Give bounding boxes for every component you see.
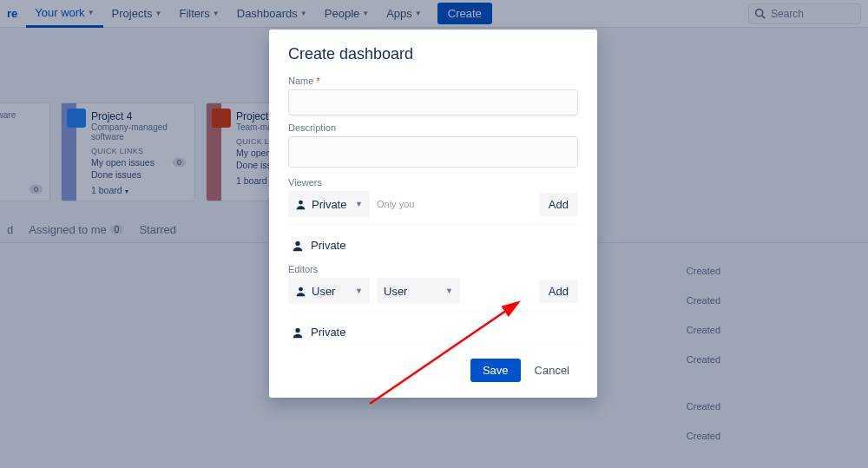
viewers-scope-select[interactable]: Private ▼ (288, 191, 370, 217)
chevron-down-icon: ▼ (355, 200, 363, 208)
svg-point-4 (299, 287, 303, 291)
viewers-label: Viewers (288, 177, 578, 188)
select-value: User (312, 285, 348, 298)
viewers-entry: Private (288, 234, 578, 257)
editors-entry: Private (288, 320, 578, 345)
person-icon (292, 326, 304, 339)
entry-label: Private (311, 239, 345, 252)
viewers-hint: Only you (377, 199, 414, 209)
svg-point-3 (295, 241, 299, 245)
select-value: Private (312, 198, 348, 211)
person-icon (295, 286, 306, 297)
person-icon (292, 240, 304, 252)
modal-title: Create dashboard (288, 45, 578, 63)
editors-label: Editors (288, 264, 578, 274)
select-value: User (384, 285, 438, 298)
svg-point-5 (295, 327, 299, 332)
name-label: Name * (288, 76, 578, 86)
create-dashboard-modal: Create dashboard Name * Description View… (269, 30, 597, 398)
editors-add-button[interactable]: Add (539, 280, 578, 303)
viewers-add-button[interactable]: Add (539, 193, 578, 216)
save-button[interactable]: Save (470, 359, 521, 382)
cancel-button[interactable]: Cancel (526, 359, 578, 382)
chevron-down-icon: ▼ (445, 287, 453, 295)
chevron-down-icon: ▼ (355, 287, 363, 295)
description-input[interactable] (288, 136, 578, 168)
svg-point-2 (299, 200, 303, 204)
entry-label: Private (311, 326, 345, 339)
description-label: Description (288, 122, 578, 133)
editors-scope-select[interactable]: User ▼ (288, 278, 370, 304)
person-icon (295, 199, 306, 210)
editors-user-select[interactable]: User ▼ (377, 278, 460, 304)
name-input[interactable] (288, 89, 578, 115)
